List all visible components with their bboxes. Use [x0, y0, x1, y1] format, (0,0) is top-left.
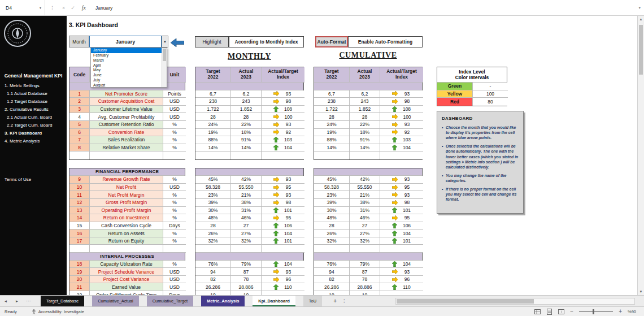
cell-metric-name[interactable]: Relative Market Share: [90, 144, 163, 152]
cell-actual[interactable]: 27: [231, 222, 262, 230]
insert-function-icon[interactable]: fx: [82, 5, 86, 11]
section-band-cell[interactable]: [195, 253, 303, 261]
cell-code[interactable]: 13: [69, 207, 90, 215]
cell-actual[interactable]: 1.852: [350, 106, 380, 114]
cell-unit[interactable]: %: [163, 199, 186, 207]
cell-empty[interactable]: [163, 151, 186, 159]
cell-index[interactable]: 96: [262, 276, 304, 284]
month-option[interactable]: April: [91, 63, 162, 68]
sidebar-item[interactable]: 3. KPI Dashboard: [5, 129, 66, 137]
cell-empty[interactable]: [195, 151, 231, 159]
cell-code[interactable]: 7: [69, 136, 90, 144]
section-header-cell[interactable]: INTERNAL PROCESSES: [69, 253, 185, 261]
zoom-level[interactable]: %90: [628, 309, 636, 314]
cell-target[interactable]: 76%: [195, 261, 231, 269]
cell-empty[interactable]: [380, 151, 423, 159]
cell-unit[interactable]: %: [163, 237, 186, 245]
cell-unit[interactable]: %: [163, 144, 186, 152]
cell-actual[interactable]: 21%: [231, 191, 262, 199]
cell-actual[interactable]: 28: [231, 113, 262, 121]
cell-metric-name[interactable]: Project Schedule Variance: [90, 268, 163, 276]
cell-index[interactable]: 98: [380, 199, 423, 207]
cell-target[interactable]: 24%: [314, 121, 350, 129]
cell-index[interactable]: 104: [380, 261, 423, 269]
month-option[interactable]: February: [91, 53, 162, 58]
cell-metric-name[interactable]: Customer Acquisition Cost: [90, 98, 163, 106]
cell-unit[interactable]: Days: [163, 222, 186, 230]
cell-empty[interactable]: [69, 245, 90, 253]
cell-index[interactable]: 101: [262, 237, 304, 245]
col-header[interactable]: Actual/TargetIndex: [380, 67, 423, 83]
cell-actual[interactable]: 91%: [350, 136, 380, 144]
cell-code[interactable]: 3: [69, 106, 90, 114]
cell-metric-name[interactable]: Net Promoter Score: [90, 90, 163, 98]
cell-actual[interactable]: 87: [231, 268, 262, 276]
dropdown-scroll-thumb[interactable]: [163, 49, 166, 61]
cell-target[interactable]: 94: [195, 268, 231, 276]
cell-target[interactable]: 45%: [195, 176, 231, 184]
cell-metric-name[interactable]: Cash Conversion Cycle: [90, 222, 163, 230]
cell-metric-name[interactable]: Return on Investment: [90, 214, 163, 222]
cell-actual[interactable]: 78: [350, 276, 380, 284]
cell-target[interactable]: 28: [314, 222, 350, 230]
cell-unit[interactable]: USD: [163, 106, 186, 114]
cell-index[interactable]: 108: [380, 106, 423, 114]
cell-index[interactable]: 93: [262, 90, 304, 98]
cell-unit[interactable]: USD: [163, 184, 186, 192]
cell-name-box[interactable]: D4 ▾: [0, 0, 45, 15]
cell-actual[interactable]: 55.550: [350, 184, 380, 192]
cell-target[interactable]: 30%: [314, 207, 350, 215]
cell-metric-name[interactable]: Operating Profit Margin: [90, 207, 163, 215]
cell-unit[interactable]: %: [163, 261, 186, 269]
legend-color-cell[interactable]: Yellow: [437, 90, 473, 98]
cell-code[interactable]: 2: [69, 98, 90, 106]
cell-empty[interactable]: [163, 245, 186, 253]
cell-actual[interactable]: 22%: [231, 121, 262, 129]
cell-unit[interactable]: Points: [163, 90, 186, 98]
cell-actual[interactable]: 14%: [231, 144, 262, 152]
cell-target[interactable]: 88%: [195, 136, 231, 144]
cell-actual[interactable]: 91%: [231, 136, 262, 144]
name-box-chevron-icon[interactable]: ▾: [40, 6, 41, 10]
vertical-scrollbar[interactable]: ▲ ▼: [637, 16, 644, 295]
highlight-button[interactable]: Highlight: [195, 36, 229, 47]
cell-index[interactable]: 104: [262, 144, 304, 152]
cell-target[interactable]: 32%: [314, 237, 350, 245]
cell-index[interactable]: 98: [380, 98, 423, 106]
cell-target[interactable]: 238: [195, 98, 231, 106]
cell-actual[interactable]: 38%: [350, 199, 380, 207]
zoom-out-button[interactable]: −: [570, 309, 573, 314]
month-select[interactable]: January: [89, 36, 162, 47]
cell-metric-name[interactable]: Project Cost Variance: [90, 276, 163, 284]
cell-target[interactable]: 1.722: [314, 106, 350, 114]
cell-index[interactable]: 110: [380, 283, 423, 291]
cell-unit[interactable]: USD: [163, 276, 186, 284]
month-option[interactable]: June: [91, 73, 162, 78]
cell-target[interactable]: 28: [195, 113, 231, 121]
cell-target[interactable]: 26%: [314, 230, 350, 237]
month-option[interactable]: January: [91, 48, 162, 53]
sheet-tab-metric_analysis[interactable]: Metric_Analysis: [201, 296, 245, 306]
cell-index[interactable]: [262, 291, 304, 295]
cell-index[interactable]: 104: [380, 230, 423, 237]
cell-metric-name[interactable]: Avg. Customer Profitability: [90, 113, 163, 121]
cell-empty[interactable]: [262, 245, 304, 253]
cell-actual[interactable]: 10: [350, 291, 380, 295]
sidebar-item[interactable]: 4. Metric Analysis: [5, 137, 66, 145]
cell-target[interactable]: 76%: [314, 261, 350, 269]
cell-index[interactable]: 93: [262, 176, 304, 184]
cell-target[interactable]: 14%: [195, 144, 231, 152]
cell-code[interactable]: 19: [69, 268, 90, 276]
cell-actual[interactable]: 243: [350, 98, 380, 106]
cell-actual[interactable]: 31%: [231, 207, 262, 215]
cell-index[interactable]: 95: [380, 184, 423, 192]
col-header[interactable]: Actual2023: [350, 67, 380, 83]
cell-empty[interactable]: [90, 245, 163, 253]
cell-actual[interactable]: 87: [350, 268, 380, 276]
cell-target[interactable]: 82: [195, 276, 231, 284]
legend-value-cell[interactable]: -: [473, 83, 508, 90]
cell-index[interactable]: 93: [380, 90, 423, 98]
section-band-cell[interactable]: [195, 168, 303, 176]
cell-code[interactable]: 9: [69, 176, 90, 184]
cell-empty[interactable]: [90, 151, 163, 159]
